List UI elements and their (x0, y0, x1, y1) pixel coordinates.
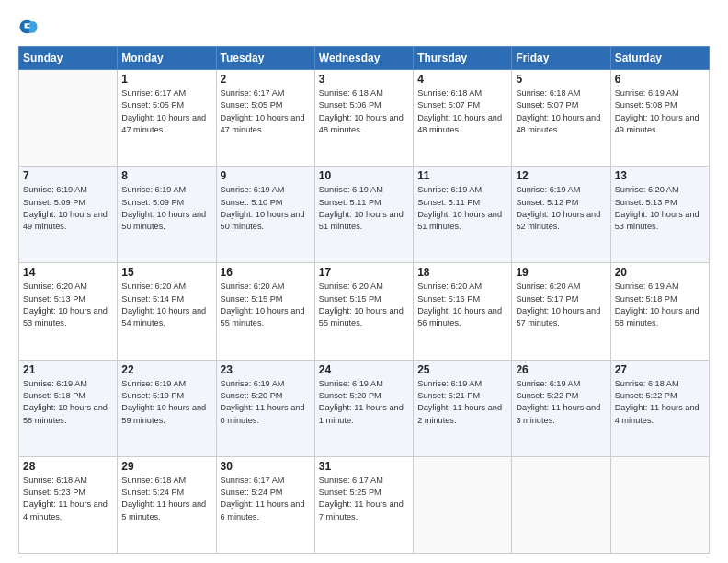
calendar-cell: 16Sunrise: 6:20 AM Sunset: 5:15 PM Dayli… (216, 263, 314, 360)
sun-info: Sunrise: 6:19 AM Sunset: 5:18 PM Dayligh… (23, 378, 113, 427)
sun-info: Sunrise: 6:18 AM Sunset: 5:23 PM Dayligh… (23, 475, 113, 523)
day-number: 2 (221, 73, 311, 86)
day-number: 28 (23, 460, 113, 473)
sun-info: Sunrise: 6:19 AM Sunset: 5:08 PM Dayligh… (615, 87, 705, 136)
header (18, 17, 710, 37)
header-row: SundayMondayTuesdayWednesdayThursdayFrid… (19, 47, 710, 70)
calendar-cell: 8Sunrise: 6:19 AM Sunset: 5:09 PM Daylig… (118, 167, 216, 263)
day-number: 3 (319, 73, 409, 86)
day-number: 15 (121, 266, 211, 279)
day-number: 27 (615, 363, 705, 376)
calendar-cell: 22Sunrise: 6:19 AM Sunset: 5:19 PM Dayli… (118, 360, 216, 456)
sun-info: Sunrise: 6:19 AM Sunset: 5:22 PM Dayligh… (516, 378, 606, 427)
day-number: 12 (516, 169, 606, 182)
calendar-cell: 17Sunrise: 6:20 AM Sunset: 5:15 PM Dayli… (314, 263, 413, 360)
sun-info: Sunrise: 6:17 AM Sunset: 5:24 PM Dayligh… (221, 475, 311, 523)
sun-info: Sunrise: 6:20 AM Sunset: 5:16 PM Dayligh… (417, 281, 507, 329)
calendar-cell: 24Sunrise: 6:19 AM Sunset: 5:20 PM Dayli… (314, 360, 413, 456)
calendar-cell: 29Sunrise: 6:18 AM Sunset: 5:24 PM Dayli… (118, 456, 216, 553)
day-number: 11 (417, 169, 507, 182)
calendar-cell: 10Sunrise: 6:19 AM Sunset: 5:11 PM Dayli… (314, 167, 413, 263)
sun-info: Sunrise: 6:17 AM Sunset: 5:25 PM Dayligh… (319, 475, 409, 523)
day-number: 9 (221, 169, 311, 182)
calendar-cell: 11Sunrise: 6:19 AM Sunset: 5:11 PM Dayli… (414, 167, 512, 263)
calendar-cell: 6Sunrise: 6:19 AM Sunset: 5:08 PM Daylig… (610, 70, 709, 167)
day-number: 31 (319, 460, 409, 473)
calendar-cell: 27Sunrise: 6:18 AM Sunset: 5:22 PM Dayli… (610, 360, 709, 456)
calendar-cell: 1Sunrise: 6:17 AM Sunset: 5:05 PM Daylig… (118, 70, 216, 167)
day-number: 8 (121, 169, 211, 182)
sun-info: Sunrise: 6:19 AM Sunset: 5:11 PM Dayligh… (319, 184, 409, 233)
page: SundayMondayTuesdayWednesdayThursdayFrid… (0, 0, 728, 563)
calendar-cell: 13Sunrise: 6:20 AM Sunset: 5:13 PM Dayli… (610, 167, 709, 263)
col-header-saturday: Saturday (610, 47, 709, 70)
sun-info: Sunrise: 6:19 AM Sunset: 5:21 PM Dayligh… (417, 378, 507, 427)
day-number: 18 (417, 266, 507, 279)
calendar-cell: 2Sunrise: 6:17 AM Sunset: 5:05 PM Daylig… (216, 70, 314, 167)
sun-info: Sunrise: 6:17 AM Sunset: 5:05 PM Dayligh… (221, 87, 311, 136)
week-row-4: 21Sunrise: 6:19 AM Sunset: 5:18 PM Dayli… (19, 360, 710, 456)
day-number: 1 (121, 73, 211, 86)
calendar-cell: 7Sunrise: 6:19 AM Sunset: 5:09 PM Daylig… (19, 167, 118, 263)
sun-info: Sunrise: 6:19 AM Sunset: 5:10 PM Dayligh… (221, 184, 311, 233)
sun-info: Sunrise: 6:19 AM Sunset: 5:09 PM Dayligh… (23, 184, 113, 233)
day-number: 5 (516, 73, 606, 86)
sun-info: Sunrise: 6:20 AM Sunset: 5:13 PM Dayligh… (23, 281, 113, 329)
col-header-monday: Monday (118, 47, 216, 70)
week-row-2: 7Sunrise: 6:19 AM Sunset: 5:09 PM Daylig… (19, 167, 710, 263)
calendar-cell (19, 70, 118, 167)
sun-info: Sunrise: 6:18 AM Sunset: 5:07 PM Dayligh… (516, 87, 606, 136)
day-number: 26 (516, 363, 606, 376)
calendar-cell: 31Sunrise: 6:17 AM Sunset: 5:25 PM Dayli… (314, 456, 413, 553)
calendar-cell: 5Sunrise: 6:18 AM Sunset: 5:07 PM Daylig… (512, 70, 610, 167)
sun-info: Sunrise: 6:18 AM Sunset: 5:06 PM Dayligh… (319, 87, 409, 136)
calendar-table: SundayMondayTuesdayWednesdayThursdayFrid… (18, 46, 710, 554)
calendar-cell (414, 456, 512, 553)
sun-info: Sunrise: 6:18 AM Sunset: 5:22 PM Dayligh… (615, 378, 705, 427)
day-number: 23 (221, 363, 311, 376)
day-number: 21 (23, 363, 113, 376)
day-number: 24 (319, 363, 409, 376)
day-number: 30 (221, 460, 311, 473)
logo-icon (18, 17, 39, 37)
day-number: 22 (121, 363, 211, 376)
col-header-sunday: Sunday (19, 47, 118, 70)
col-header-wednesday: Wednesday (314, 47, 413, 70)
col-header-friday: Friday (512, 47, 610, 70)
day-number: 25 (417, 363, 507, 376)
calendar-cell (512, 456, 610, 553)
sun-info: Sunrise: 6:19 AM Sunset: 5:09 PM Dayligh… (121, 184, 211, 233)
week-row-1: 1Sunrise: 6:17 AM Sunset: 5:05 PM Daylig… (19, 70, 710, 167)
day-number: 4 (417, 73, 507, 86)
sun-info: Sunrise: 6:20 AM Sunset: 5:15 PM Dayligh… (221, 281, 311, 329)
calendar-cell: 21Sunrise: 6:19 AM Sunset: 5:18 PM Dayli… (19, 360, 118, 456)
sun-info: Sunrise: 6:20 AM Sunset: 5:14 PM Dayligh… (121, 281, 211, 329)
sun-info: Sunrise: 6:20 AM Sunset: 5:13 PM Dayligh… (615, 184, 705, 233)
col-header-tuesday: Tuesday (216, 47, 314, 70)
sun-info: Sunrise: 6:19 AM Sunset: 5:12 PM Dayligh… (516, 184, 606, 233)
sun-info: Sunrise: 6:17 AM Sunset: 5:05 PM Dayligh… (121, 87, 211, 136)
calendar-cell: 25Sunrise: 6:19 AM Sunset: 5:21 PM Dayli… (414, 360, 512, 456)
sun-info: Sunrise: 6:19 AM Sunset: 5:20 PM Dayligh… (319, 378, 409, 427)
day-number: 16 (221, 266, 311, 279)
day-number: 13 (615, 169, 705, 182)
calendar-cell: 3Sunrise: 6:18 AM Sunset: 5:06 PM Daylig… (314, 70, 413, 167)
sun-info: Sunrise: 6:19 AM Sunset: 5:19 PM Dayligh… (121, 378, 211, 427)
sun-info: Sunrise: 6:18 AM Sunset: 5:24 PM Dayligh… (121, 475, 211, 523)
calendar-cell: 4Sunrise: 6:18 AM Sunset: 5:07 PM Daylig… (414, 70, 512, 167)
calendar-cell: 20Sunrise: 6:19 AM Sunset: 5:18 PM Dayli… (610, 263, 709, 360)
calendar-cell: 30Sunrise: 6:17 AM Sunset: 5:24 PM Dayli… (216, 456, 314, 553)
sun-info: Sunrise: 6:19 AM Sunset: 5:11 PM Dayligh… (417, 184, 507, 233)
calendar-cell: 19Sunrise: 6:20 AM Sunset: 5:17 PM Dayli… (512, 263, 610, 360)
calendar-cell (610, 456, 709, 553)
day-number: 20 (615, 266, 705, 279)
day-number: 7 (23, 169, 113, 182)
day-number: 19 (516, 266, 606, 279)
sun-info: Sunrise: 6:20 AM Sunset: 5:15 PM Dayligh… (319, 281, 409, 329)
sun-info: Sunrise: 6:19 AM Sunset: 5:18 PM Dayligh… (615, 281, 705, 329)
calendar-cell: 9Sunrise: 6:19 AM Sunset: 5:10 PM Daylig… (216, 167, 314, 263)
calendar-cell: 12Sunrise: 6:19 AM Sunset: 5:12 PM Dayli… (512, 167, 610, 263)
day-number: 14 (23, 266, 113, 279)
sun-info: Sunrise: 6:20 AM Sunset: 5:17 PM Dayligh… (516, 281, 606, 329)
sun-info: Sunrise: 6:18 AM Sunset: 5:07 PM Dayligh… (417, 87, 507, 136)
